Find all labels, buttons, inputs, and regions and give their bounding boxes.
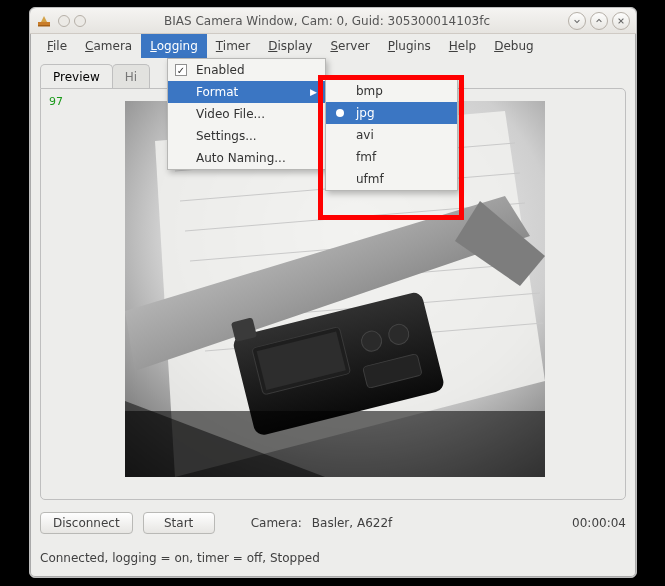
menu-timer[interactable]: Timer [207, 34, 259, 58]
checkbox-checked-icon: ✓ [175, 64, 187, 76]
camera-value: Basler, A622f [312, 516, 392, 530]
menu-debug[interactable]: Debug [485, 34, 542, 58]
elapsed-time: 00:00:04 [572, 516, 626, 530]
app-window: BIAS Camera Window, Cam: 0, Guid: 305300… [29, 7, 637, 578]
menubar: File Camera Logging Timer Display Server… [30, 34, 636, 58]
menu-server[interactable]: Server [321, 34, 378, 58]
menu-logging[interactable]: Logging [141, 34, 207, 58]
app-icon [36, 13, 52, 29]
close-button[interactable] [612, 12, 630, 30]
logging-format-item[interactable]: Format ▶ [168, 81, 325, 103]
window-menu-button[interactable] [58, 15, 70, 27]
format-bmp-item[interactable]: bmp [326, 80, 457, 102]
bottom-toolbar: Disconnect Start Camera: Basler, A622f 0… [40, 509, 626, 537]
status-text: Connected, logging = on, timer = off, St… [40, 551, 320, 565]
tab-histogram[interactable]: Hi [112, 64, 150, 88]
logging-enabled-item[interactable]: ✓ Enabled [168, 59, 325, 81]
menu-display[interactable]: Display [259, 34, 321, 58]
submenu-arrow-icon: ▶ [310, 87, 317, 97]
format-ufmf-item[interactable]: ufmf [326, 168, 457, 190]
format-submenu: bmp jpg avi fmf ufmf [325, 79, 458, 191]
tab-preview[interactable]: Preview [40, 64, 113, 88]
radio-selected-icon [336, 109, 344, 117]
camera-label: Camera: [251, 516, 302, 530]
logging-dropdown: ✓ Enabled Format ▶ Video File... Setting… [167, 58, 326, 170]
menu-plugins[interactable]: Plugins [379, 34, 440, 58]
window-pin-button[interactable] [74, 15, 86, 27]
format-fmf-item[interactable]: fmf [326, 146, 457, 168]
svg-rect-1 [38, 25, 50, 27]
logging-settings-item[interactable]: Settings... [168, 125, 325, 147]
format-jpg-item[interactable]: jpg [326, 102, 457, 124]
minimize-button[interactable] [568, 12, 586, 30]
maximize-button[interactable] [590, 12, 608, 30]
menu-camera[interactable]: Camera [76, 34, 141, 58]
menu-help[interactable]: Help [440, 34, 485, 58]
fps-counter: 97 [49, 95, 63, 108]
format-avi-item[interactable]: avi [326, 124, 457, 146]
menu-file[interactable]: File [38, 34, 76, 58]
logging-videofile-item[interactable]: Video File... [168, 103, 325, 125]
logging-autonaming-item[interactable]: Auto Naming... [168, 147, 325, 169]
statusbar: Connected, logging = on, timer = off, St… [40, 551, 626, 565]
start-button[interactable]: Start [143, 512, 215, 534]
titlebar: BIAS Camera Window, Cam: 0, Guid: 305300… [30, 8, 636, 34]
disconnect-button[interactable]: Disconnect [40, 512, 133, 534]
window-title: BIAS Camera Window, Cam: 0, Guid: 305300… [90, 14, 564, 28]
